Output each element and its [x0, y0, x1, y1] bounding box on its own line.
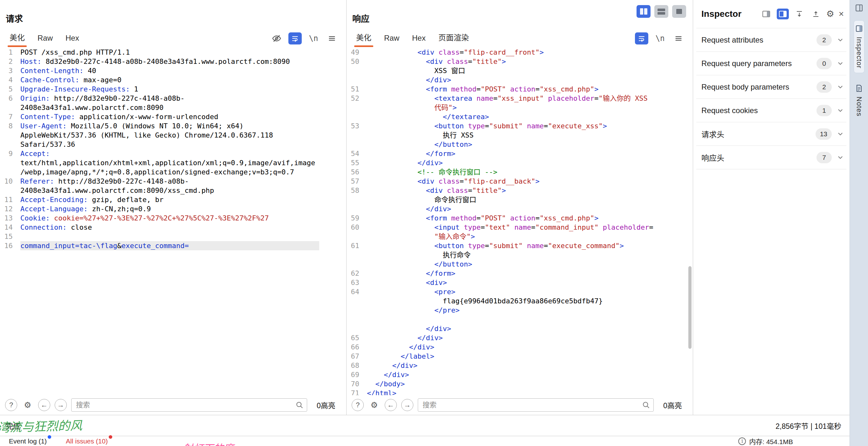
- request-tab-pretty[interactable]: 美化: [3, 28, 31, 47]
- response-tab-hex[interactable]: Hex: [406, 31, 432, 47]
- inspector-section-2[interactable]: Request body parameters2: [696, 75, 846, 99]
- help-icon[interactable]: ?: [5, 399, 17, 411]
- code-line[interactable]: 58 <div class="title"> 命令执行窗口 </div>: [347, 186, 691, 213]
- code-line[interactable]: 56 <!-- 命令执行窗口 -->: [347, 167, 691, 177]
- expand-all-icon[interactable]: [793, 8, 805, 20]
- inspector-section-1[interactable]: Request query parameters0: [696, 52, 846, 75]
- columns-layout-icon[interactable]: [637, 5, 651, 18]
- line-content: <div class="title"> XSS 窗口 </div>: [367, 57, 674, 84]
- line-number: 53: [347, 122, 367, 149]
- code-line[interactable]: 14Connection: close: [0, 223, 345, 232]
- code-line[interactable]: 60 <input type="text" name="command_inpu…: [347, 223, 691, 241]
- settings-icon[interactable]: ⚙: [368, 399, 380, 411]
- single-layout-icon[interactable]: [672, 5, 686, 18]
- code-line[interactable]: 16command_input=tac-\flag&execute_comman…: [0, 241, 345, 250]
- code-line[interactable]: 2Host: 8d32e9b0-227c-4148-a08b-2408e3a43…: [0, 57, 345, 66]
- code-line[interactable]: 63 <div>: [347, 278, 691, 287]
- request-tab-hex[interactable]: Hex: [59, 31, 86, 47]
- prev-icon[interactable]: ←: [385, 399, 397, 411]
- request-search-input[interactable]: [71, 398, 307, 412]
- eye-off-icon[interactable]: [270, 32, 283, 44]
- code-line[interactable]: 61 <button type="submit" name="execute_c…: [347, 241, 691, 269]
- wrap-lines-icon[interactable]: [635, 32, 648, 44]
- stacked-layout-icon[interactable]: [654, 5, 668, 18]
- request-search: [71, 398, 307, 412]
- response-search-input[interactable]: [418, 398, 654, 412]
- inspector-section-4[interactable]: 请求头13: [696, 122, 846, 146]
- response-tab-render[interactable]: 页面渲染: [432, 28, 475, 47]
- code-line[interactable]: 1POST /xss_cmd.php HTTP/1.1: [0, 48, 345, 57]
- code-line[interactable]: 62 </form>: [347, 269, 691, 278]
- collapse-all-icon[interactable]: [810, 8, 822, 20]
- menu-icon[interactable]: [325, 32, 339, 44]
- response-scrollbar[interactable]: [688, 266, 691, 349]
- code-line[interactable]: 6Origin: http://8d32e9b0-227c-4148-a08b-…: [0, 94, 345, 112]
- settings-icon[interactable]: ⚙: [22, 399, 34, 411]
- code-line[interactable]: 69 </div>: [347, 370, 691, 379]
- code-line[interactable]: 4Cache-Control: max-age=0: [0, 75, 345, 84]
- code-line[interactable]: 66 </div>: [347, 342, 691, 352]
- code-line[interactable]: 13Cookie: cookie=%27+%27-%3E%27-%27%2C+%…: [0, 213, 345, 223]
- code-line[interactable]: 8User-Agent: Mozilla/5.0 (Windows NT 10.…: [0, 122, 345, 149]
- close-icon[interactable]: ×: [839, 9, 844, 19]
- code-line[interactable]: 12Accept-Language: zh-CN,zh;q=0.9: [0, 204, 345, 213]
- wrap-lines-icon[interactable]: [288, 32, 302, 44]
- search-icon[interactable]: [295, 401, 304, 411]
- code-line[interactable]: 53 <button type="submit" name="execute_x…: [347, 122, 691, 149]
- code-line[interactable]: 15: [0, 232, 345, 241]
- line-content: User-Agent: Mozilla/5.0 (Windows NT 10.0…: [20, 122, 319, 149]
- all-issues-button[interactable]: All issues (10): [66, 438, 108, 445]
- response-editor[interactable]: 49 <div class="flip-card__front">50 <div…: [347, 48, 691, 395]
- search-icon[interactable]: [642, 401, 651, 411]
- request-tab-raw[interactable]: Raw: [31, 31, 59, 47]
- next-icon[interactable]: →: [55, 399, 67, 411]
- code-line[interactable]: 57 <div class="flip-card__back">: [347, 177, 691, 186]
- help-icon[interactable]: ?: [352, 399, 364, 411]
- code-line[interactable]: 55 </div>: [347, 158, 691, 167]
- dock-panel-icon[interactable]: [855, 4, 863, 13]
- rail-tab-notes[interactable]: Notes: [854, 80, 865, 121]
- code-line[interactable]: 70 </body>: [347, 379, 691, 388]
- code-line[interactable]: 50 <div class="title"> XSS 窗口 </div>: [347, 57, 691, 84]
- inspector-section-5[interactable]: 响应头7: [696, 146, 846, 169]
- code-line[interactable]: 64 <pre> flag{e9964d01bda263f9aa86e69ce5…: [347, 287, 691, 333]
- newline-chars-icon[interactable]: \n: [653, 32, 667, 44]
- response-tab-raw[interactable]: Raw: [378, 31, 406, 47]
- settings-icon[interactable]: ⚙: [826, 9, 834, 19]
- code-line[interactable]: 3Content-Length: 40: [0, 66, 345, 75]
- response-panel-title: 响应: [352, 12, 369, 25]
- code-line[interactable]: 51 <form method="POST" action="xss_cmd.p…: [347, 84, 691, 94]
- code-line[interactable]: 11Accept-Encoding: gzip, deflate, br: [0, 195, 345, 204]
- chevron-down-icon: [837, 60, 844, 67]
- menu-icon[interactable]: [672, 32, 685, 44]
- rail-tab-inspector-label: Inspector: [855, 37, 863, 69]
- code-line[interactable]: 52 <textarea name="xss_input" placeholde…: [347, 94, 691, 122]
- code-line[interactable]: 67 </label>: [347, 352, 691, 361]
- code-line[interactable]: 5Upgrade-Insecure-Requests: 1: [0, 84, 345, 94]
- code-line[interactable]: 71</html>: [347, 388, 691, 395]
- event-log-button[interactable]: Event log (1): [9, 438, 47, 445]
- code-line[interactable]: 9Accept: text/html,application/xhtml+xml…: [0, 149, 345, 177]
- code-line[interactable]: 7Content-Type: application/x-www-form-ur…: [0, 112, 345, 122]
- code-line[interactable]: 65 </div>: [347, 333, 691, 342]
- panel-toggle-icon[interactable]: [760, 8, 772, 20]
- line-content: </div>: [367, 342, 674, 352]
- rail-tab-inspector[interactable]: Inspector: [854, 20, 865, 73]
- code-line[interactable]: 59 <form method="POST" action="xss_cmd.p…: [347, 213, 691, 223]
- newline-chars-icon[interactable]: \n: [307, 32, 320, 44]
- code-line[interactable]: 49 <div class="flip-card__front">: [347, 48, 691, 57]
- inspector-section-0[interactable]: Request attributes2: [696, 28, 846, 52]
- request-editor[interactable]: 1POST /xss_cmd.php HTTP/1.12Host: 8d32e9…: [0, 48, 345, 395]
- line-content: </html>: [367, 388, 674, 395]
- code-line[interactable]: 10Referer: http://8d32e9b0-227c-4148-a08…: [0, 177, 345, 195]
- panel-toggle-selected-icon[interactable]: [777, 8, 789, 20]
- prev-icon[interactable]: ←: [38, 399, 50, 411]
- code-line[interactable]: 54 </form>: [347, 149, 691, 158]
- line-content: command_input=tac-\flag&execute_command=: [20, 241, 319, 250]
- code-line[interactable]: 68 </div>: [347, 361, 691, 370]
- inspector-section-3[interactable]: Request cookies1: [696, 99, 846, 122]
- next-icon[interactable]: →: [401, 399, 413, 411]
- line-number: 69: [347, 370, 367, 379]
- line-number: 15: [0, 232, 20, 241]
- response-tab-pretty[interactable]: 美化: [350, 28, 378, 47]
